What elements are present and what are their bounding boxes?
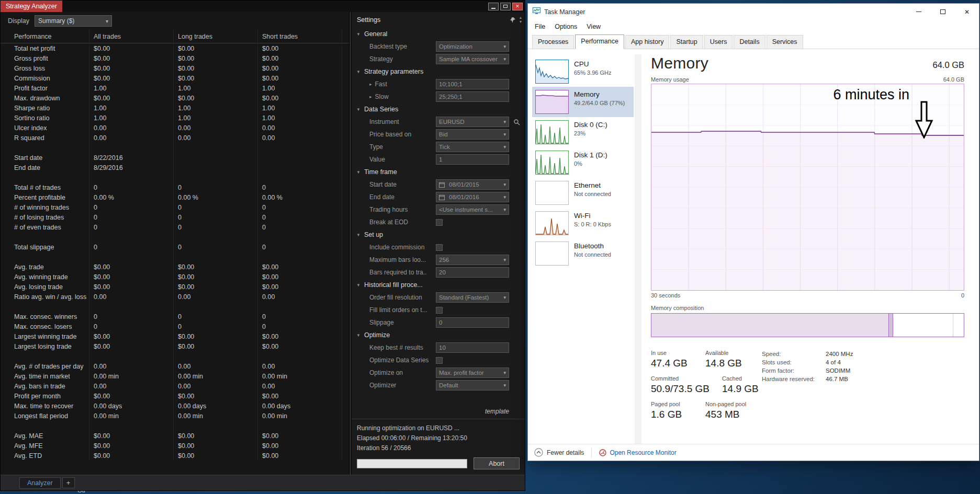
field-dropdown[interactable]: Tick▾ [436,142,509,152]
field-dropdown[interactable]: <Use instrument s...▾ [436,204,509,215]
axis-right-label: 0 [961,292,964,298]
field-input[interactable]: 0 [436,317,509,328]
field-dropdown[interactable]: EURUSD▾ [436,117,509,127]
field-input[interactable]: 1 [436,154,509,165]
maximize-button[interactable] [931,4,955,20]
cell-value: $0.00 [89,431,174,441]
field-checkbox[interactable] [436,219,443,226]
abort-button[interactable]: Abort [474,457,520,469]
minimize-button[interactable] [907,4,931,20]
settings-field-bars-required-to-tra: Bars required to tra..20 [352,266,525,279]
tab-app-history[interactable]: App history [625,35,670,49]
section-label: Optimize [364,331,390,339]
settings-section-optimize[interactable]: ▼Optimize [352,329,525,341]
composition-modified-segment[interactable] [889,314,893,337]
settings-section-set-up[interactable]: ▼Set up [352,228,525,241]
sidebar-item-disk-0-c[interactable]: Disk 0 (C:)23% [532,117,634,147]
chevron-down-icon: ▼ [356,32,361,37]
settings-section-strategy-parameters[interactable]: ▼Strategy parameters [352,65,525,78]
settings-section-data-series[interactable]: ▼Data Series [352,103,525,116]
sidebar-item-bluetooth[interactable]: BluetoothNot connected [532,238,634,269]
menu-file[interactable]: File [530,23,550,30]
fewer-details-button[interactable]: Fewer details [534,448,591,457]
table-spacer-row [1,302,349,312]
disk-0-c-graph-icon [535,120,569,144]
search-icon[interactable] [513,119,520,125]
tab-startup[interactable]: Startup [670,35,703,49]
memory-capacity: 64.0 GB [932,60,964,72]
field-dropdown[interactable]: Sample MA crossover▾ [436,54,509,64]
settings-section-general[interactable]: ▼General [352,28,525,40]
cell-value [174,153,258,163]
sidebar-item-name: Ethernet [574,181,611,189]
field-dropdown[interactable]: 08/01/2015▾ [436,179,509,190]
field-label-text: Optimize Data Series [369,357,429,364]
chevron-down-icon: ▾ [503,132,506,137]
task-manager-icon [533,7,540,17]
minimize-button[interactable] [488,3,499,10]
scrollbar-arrows[interactable]: ▴▾ [520,16,522,24]
template-link[interactable]: template [485,408,509,415]
field-input[interactable]: 20 [436,267,509,278]
field-checkbox[interactable] [436,307,443,314]
settings-section-time-frame[interactable]: ▼Time frame [352,166,525,178]
down-arrow-annotation-icon [915,101,933,141]
close-button[interactable]: ✕ [955,4,979,20]
field-dropdown[interactable]: 256▾ [436,255,509,265]
restore-button[interactable] [500,3,511,10]
table-row: Ratio avg. win / avg. loss0.000.000.00 [1,292,349,302]
sidebar-item-cpu[interactable]: CPU65% 3.96 GHz [532,56,634,87]
field-label-text: Price based on [369,131,411,138]
sidebar-item-disk-1-d[interactable]: Disk 1 (D:)0% [532,147,634,178]
pin-icon[interactable] [510,17,516,23]
tab-services[interactable]: Services [767,35,803,49]
sidebar-scrollbar[interactable] [635,54,641,444]
field-dropdown[interactable]: Optimization▾ [436,41,509,52]
close-button[interactable]: ✕ [512,3,523,10]
field-label: Include commission [369,244,436,251]
table-row: # of even trades000 [1,222,349,232]
scroll-down-icon[interactable]: ▾ [520,20,522,24]
field-dropdown[interactable]: Default▾ [436,380,509,390]
settings-field-slow: ▸Slow25;250;1 [352,90,525,103]
field-dropdown[interactable]: 08/01/2016▾ [436,192,509,202]
sidebar-item-wi-fi[interactable]: Wi-FiS: 0 R: 0 Kbps [532,208,634,238]
tab-users[interactable]: Users [704,35,733,49]
composition-in-use-segment[interactable] [651,314,889,337]
field-label-text: Fast [375,81,387,88]
open-resource-monitor-link[interactable]: Open Resource Monitor [599,449,676,456]
field-checkbox[interactable] [436,357,443,364]
memory-composition-bar[interactable] [651,313,964,337]
cell-value: $0.00 [258,53,342,63]
field-checkbox[interactable] [436,244,443,251]
cell-label: Profit per month [1,391,89,401]
cell-value: 1.00 [89,113,174,123]
table-spacer-row [1,173,349,182]
cell-value: 0.00 [174,381,258,391]
menu-view[interactable]: View [582,23,605,30]
field-input[interactable]: 25;250;1 [436,91,509,102]
stat-value: 14.8 GB [705,358,742,369]
tab-analyzer[interactable]: Analyzer [19,477,61,489]
tab-details[interactable]: Details [734,35,765,49]
field-dropdown[interactable]: Standard (Fastest)▾ [436,292,509,303]
settings-sections: ▼GeneralBacktest typeOptimization▾Strate… [352,28,525,404]
bluetooth-graph-icon [535,242,569,266]
field-input[interactable]: 10 [436,342,509,353]
field-dropdown[interactable]: Max. profit factor▾ [436,367,509,378]
display-select[interactable]: Summary ($) ▾ [35,15,112,27]
field-dropdown[interactable]: Bid▾ [436,129,509,140]
settings-section-historical-fill-proce[interactable]: ▼Historical fill proce... [352,279,525,291]
task-manager-titlebar[interactable]: Task Manager ✕ [528,4,979,20]
add-tab-button[interactable]: + [62,477,75,488]
sidebar-item-ethernet[interactable]: EthernetNot connected [532,178,634,208]
field-input[interactable]: 10;100;1 [436,79,509,89]
cpu-graph-icon [535,60,569,84]
strategy-analyzer-titlebar[interactable]: Strategy Analyzer ✕ [1,1,525,12]
tab-processes[interactable]: Processes [532,35,574,49]
tab-performance[interactable]: Performance [575,35,624,49]
menu-options[interactable]: Options [550,23,582,30]
cell-label: Gross profit [1,53,89,63]
sidebar-item-memory[interactable]: Memory49.2/64.0 GB (77%) [532,87,634,117]
performance-table: PerformanceAll tradesLong tradesShort tr… [1,30,349,475]
